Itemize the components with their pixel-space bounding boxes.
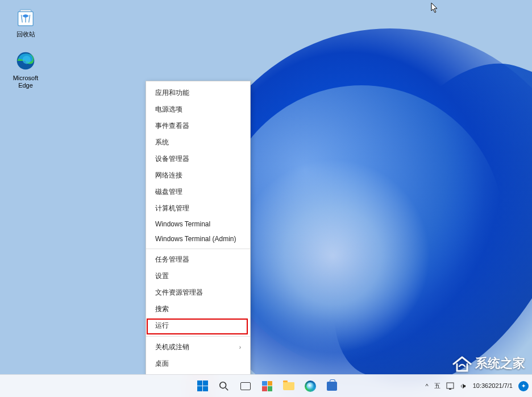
search-icon [219,381,229,391]
chevron-up-icon: ^ [425,383,428,390]
edge-glyph [14,49,37,72]
watermark-text: 系统之家 [475,355,525,372]
menu-windows-terminal-admin[interactable]: Windows Terminal (Admin) [146,231,250,246]
svg-point-3 [23,56,31,64]
file-explorer-button[interactable] [280,377,298,395]
svg-line-5 [226,387,228,390]
recycle-bin-label: 回收站 [16,31,35,38]
edge-icon[interactable]: Microsoft Edge [6,49,45,89]
svg-rect-1 [20,10,31,12]
action-center-button[interactable]: ✦ [518,381,529,391]
edge-icon [305,381,316,392]
menu-separator [146,249,250,249]
menu-file-explorer[interactable]: 文件资源管理器 [146,284,250,301]
taskbar: ^ 五 🕩 10:36 2021/7/1 ✦ [0,374,532,397]
menu-device-manager[interactable]: 设备管理器 [146,151,250,167]
menu-separator [146,336,250,337]
menu-apps-features[interactable]: 应用和功能 [146,85,250,101]
tray-overflow-button[interactable]: ^ [425,383,428,390]
volume-icon[interactable]: 🕩 [460,382,467,390]
menu-computer-management[interactable]: 计算机管理 [146,200,250,217]
menu-task-manager[interactable]: 任务管理器 [146,251,250,268]
taskbar-clock[interactable]: 10:36 2021/7/1 [473,382,513,389]
menu-search[interactable]: 搜索 [146,301,250,317]
edge-label: Microsoft Edge [6,75,45,89]
ime-indicator[interactable]: 五 [434,382,440,390]
svg-rect-7 [449,388,451,390]
clock-date: 2021/7/1 [488,382,513,389]
watermark: 系统之家 [452,355,525,372]
notification-badge-icon: ✦ [518,381,529,391]
menu-run[interactable]: 运行 [146,317,250,334]
menu-system[interactable]: 系统 [146,134,250,151]
start-context-menu: 应用和功能 电源选项 事件查看器 系统 设备管理器 网络连接 磁盘管理 计算机管… [146,81,251,376]
menu-event-viewer[interactable]: 事件查看器 [146,118,250,134]
edge-taskbar-button[interactable] [301,377,319,395]
start-button[interactable] [193,377,211,395]
widgets-icon [262,381,272,391]
taskview-button[interactable] [236,377,255,395]
menu-desktop[interactable]: 桌面 [146,355,250,372]
system-tray: ^ 五 🕩 10:36 2021/7/1 ✦ [425,375,529,397]
recycle-bin-glyph [14,6,37,28]
menu-power-options[interactable]: 电源选项 [146,101,250,118]
chevron-right-icon: › [239,344,241,350]
taskview-icon [240,382,251,390]
taskbar-center-group [193,375,341,397]
widgets-button[interactable] [258,377,276,395]
menu-disk-management[interactable]: 磁盘管理 [146,184,250,200]
windows-logo-icon [197,381,208,391]
svg-point-4 [220,382,226,388]
menu-shutdown-signout[interactable]: 关机或注销 › [146,339,250,355]
store-icon [327,382,337,391]
clock-time: 10:36 [473,382,489,389]
network-icon[interactable] [446,382,454,390]
watermark-logo-icon [452,355,472,372]
menu-network-connections[interactable]: 网络连接 [146,167,250,184]
menu-windows-terminal[interactable]: Windows Terminal [146,217,250,231]
store-button[interactable] [323,377,341,395]
desktop-wallpaper [0,0,532,397]
svg-rect-6 [447,383,454,388]
recycle-bin-icon[interactable]: 回收站 [6,6,45,38]
folder-icon [283,382,294,390]
desktop-icons-area: 回收站 Microsoft Edge [6,6,45,90]
menu-settings[interactable]: 设置 [146,268,250,284]
search-button[interactable] [215,377,233,395]
